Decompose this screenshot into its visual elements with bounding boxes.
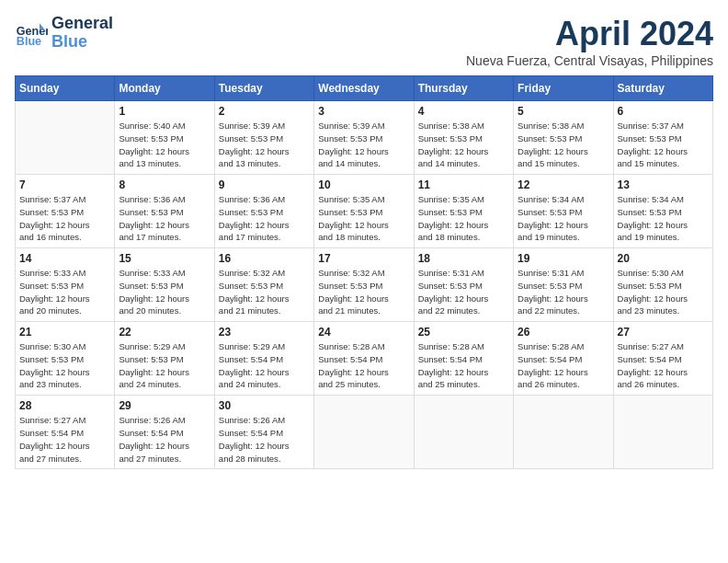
logo-icon: General Blue (15, 17, 48, 50)
calendar-cell: 26Sunrise: 5:28 AM Sunset: 5:54 PM Dayli… (514, 322, 613, 396)
calendar-cell: 7Sunrise: 5:37 AM Sunset: 5:53 PM Daylig… (16, 175, 115, 248)
day-info: Sunrise: 5:33 AM Sunset: 5:53 PM Dayligh… (19, 267, 110, 317)
calendar-cell (613, 396, 712, 469)
day-info: Sunrise: 5:34 AM Sunset: 5:53 PM Dayligh… (518, 193, 609, 244)
day-number: 1 (119, 105, 210, 118)
col-header-sunday: Sunday (16, 76, 115, 101)
day-number: 26 (518, 326, 609, 339)
calendar-cell: 11Sunrise: 5:35 AM Sunset: 5:53 PM Dayli… (414, 175, 513, 248)
day-number: 20 (618, 252, 709, 265)
title-area: April 2024 Nueva Fuerza, Central Visayas… (466, 15, 713, 68)
calendar-cell: 25Sunrise: 5:28 AM Sunset: 5:54 PM Dayli… (414, 322, 513, 396)
day-number: 21 (19, 326, 110, 339)
day-info: Sunrise: 5:26 AM Sunset: 5:54 PM Dayligh… (219, 414, 310, 465)
day-info: Sunrise: 5:28 AM Sunset: 5:54 PM Dayligh… (518, 340, 609, 391)
day-number: 3 (318, 105, 409, 118)
day-number: 9 (219, 178, 310, 191)
day-number: 29 (119, 399, 210, 412)
col-header-monday: Monday (115, 76, 214, 101)
day-info: Sunrise: 5:40 AM Sunset: 5:53 PM Dayligh… (119, 120, 210, 170)
day-number: 30 (219, 399, 310, 412)
calendar-cell: 17Sunrise: 5:32 AM Sunset: 5:53 PM Dayli… (314, 248, 414, 322)
day-number: 17 (318, 252, 409, 265)
day-info: Sunrise: 5:39 AM Sunset: 5:53 PM Dayligh… (318, 120, 409, 170)
day-info: Sunrise: 5:33 AM Sunset: 5:53 PM Dayligh… (119, 267, 210, 317)
calendar-cell: 24Sunrise: 5:28 AM Sunset: 5:54 PM Dayli… (314, 322, 414, 396)
week-row-3: 14Sunrise: 5:33 AM Sunset: 5:53 PM Dayli… (16, 248, 713, 322)
week-row-2: 7Sunrise: 5:37 AM Sunset: 5:53 PM Daylig… (16, 175, 713, 248)
calendar-cell: 6Sunrise: 5:37 AM Sunset: 5:53 PM Daylig… (613, 101, 712, 175)
day-info: Sunrise: 5:32 AM Sunset: 5:53 PM Dayligh… (318, 267, 409, 317)
calendar-cell: 4Sunrise: 5:38 AM Sunset: 5:53 PM Daylig… (414, 101, 513, 175)
day-info: Sunrise: 5:28 AM Sunset: 5:54 PM Dayligh… (318, 340, 409, 391)
calendar-cell: 30Sunrise: 5:26 AM Sunset: 5:54 PM Dayli… (214, 396, 313, 469)
day-info: Sunrise: 5:37 AM Sunset: 5:53 PM Dayligh… (618, 120, 709, 170)
day-number: 25 (418, 326, 509, 339)
location-subtitle: Nueva Fuerza, Central Visayas, Philippin… (466, 53, 713, 68)
day-info: Sunrise: 5:31 AM Sunset: 5:53 PM Dayligh… (518, 267, 609, 317)
day-number: 23 (219, 326, 310, 339)
day-info: Sunrise: 5:29 AM Sunset: 5:54 PM Dayligh… (219, 340, 310, 391)
month-title: April 2024 (466, 15, 713, 53)
calendar-cell: 18Sunrise: 5:31 AM Sunset: 5:53 PM Dayli… (414, 248, 513, 322)
day-info: Sunrise: 5:38 AM Sunset: 5:53 PM Dayligh… (418, 120, 509, 170)
week-row-1: 1Sunrise: 5:40 AM Sunset: 5:53 PM Daylig… (16, 101, 713, 175)
calendar-cell: 16Sunrise: 5:32 AM Sunset: 5:53 PM Dayli… (214, 248, 313, 322)
logo: General Blue General Blue (15, 15, 113, 52)
col-header-saturday: Saturday (613, 76, 712, 101)
day-number: 2 (219, 105, 310, 118)
day-info: Sunrise: 5:30 AM Sunset: 5:53 PM Dayligh… (19, 340, 110, 391)
day-number: 24 (318, 326, 409, 339)
calendar-cell (16, 101, 115, 175)
calendar-cell: 3Sunrise: 5:39 AM Sunset: 5:53 PM Daylig… (314, 101, 414, 175)
day-info: Sunrise: 5:34 AM Sunset: 5:53 PM Dayligh… (618, 193, 709, 244)
logo-blue: Blue (51, 33, 113, 52)
day-info: Sunrise: 5:30 AM Sunset: 5:53 PM Dayligh… (618, 267, 709, 317)
col-header-wednesday: Wednesday (314, 76, 414, 101)
day-number: 28 (19, 399, 110, 412)
calendar-cell: 27Sunrise: 5:27 AM Sunset: 5:54 PM Dayli… (613, 322, 712, 396)
day-info: Sunrise: 5:36 AM Sunset: 5:53 PM Dayligh… (119, 193, 210, 244)
day-number: 18 (418, 252, 509, 265)
calendar-cell: 9Sunrise: 5:36 AM Sunset: 5:53 PM Daylig… (214, 175, 313, 248)
calendar-cell (514, 396, 613, 469)
calendar-cell: 5Sunrise: 5:38 AM Sunset: 5:53 PM Daylig… (514, 101, 613, 175)
calendar-cell: 22Sunrise: 5:29 AM Sunset: 5:53 PM Dayli… (115, 322, 214, 396)
day-number: 15 (119, 252, 210, 265)
calendar-cell: 29Sunrise: 5:26 AM Sunset: 5:54 PM Dayli… (115, 396, 214, 469)
day-info: Sunrise: 5:27 AM Sunset: 5:54 PM Dayligh… (19, 414, 110, 465)
calendar-cell: 23Sunrise: 5:29 AM Sunset: 5:54 PM Dayli… (214, 322, 313, 396)
calendar-cell (414, 396, 513, 469)
day-number: 19 (518, 252, 609, 265)
day-info: Sunrise: 5:38 AM Sunset: 5:53 PM Dayligh… (518, 120, 609, 170)
day-number: 7 (19, 178, 110, 191)
day-info: Sunrise: 5:36 AM Sunset: 5:53 PM Dayligh… (219, 193, 310, 244)
calendar-cell: 15Sunrise: 5:33 AM Sunset: 5:53 PM Dayli… (115, 248, 214, 322)
calendar-table: SundayMondayTuesdayWednesdayThursdayFrid… (15, 75, 713, 469)
calendar-cell: 12Sunrise: 5:34 AM Sunset: 5:53 PM Dayli… (514, 175, 613, 248)
day-info: Sunrise: 5:31 AM Sunset: 5:53 PM Dayligh… (418, 267, 509, 317)
week-row-5: 28Sunrise: 5:27 AM Sunset: 5:54 PM Dayli… (16, 396, 713, 469)
day-number: 6 (618, 105, 709, 118)
calendar-cell: 10Sunrise: 5:35 AM Sunset: 5:53 PM Dayli… (314, 175, 414, 248)
col-header-thursday: Thursday (414, 76, 513, 101)
day-info: Sunrise: 5:27 AM Sunset: 5:54 PM Dayligh… (618, 340, 709, 391)
week-row-4: 21Sunrise: 5:30 AM Sunset: 5:53 PM Dayli… (16, 322, 713, 396)
day-number: 10 (318, 178, 409, 191)
day-number: 4 (418, 105, 509, 118)
col-header-friday: Friday (514, 76, 613, 101)
day-info: Sunrise: 5:35 AM Sunset: 5:53 PM Dayligh… (418, 193, 509, 244)
calendar-cell: 28Sunrise: 5:27 AM Sunset: 5:54 PM Dayli… (16, 396, 115, 469)
day-number: 13 (618, 178, 709, 191)
calendar-cell: 1Sunrise: 5:40 AM Sunset: 5:53 PM Daylig… (115, 101, 214, 175)
calendar-cell: 13Sunrise: 5:34 AM Sunset: 5:53 PM Dayli… (613, 175, 712, 248)
calendar-cell: 2Sunrise: 5:39 AM Sunset: 5:53 PM Daylig… (214, 101, 313, 175)
day-info: Sunrise: 5:39 AM Sunset: 5:53 PM Dayligh… (219, 120, 310, 170)
calendar-cell: 20Sunrise: 5:30 AM Sunset: 5:53 PM Dayli… (613, 248, 712, 322)
day-info: Sunrise: 5:37 AM Sunset: 5:53 PM Dayligh… (19, 193, 110, 244)
day-number: 5 (518, 105, 609, 118)
col-header-tuesday: Tuesday (214, 76, 313, 101)
day-number: 12 (518, 178, 609, 191)
day-info: Sunrise: 5:26 AM Sunset: 5:54 PM Dayligh… (119, 414, 210, 465)
calendar-cell (314, 396, 414, 469)
